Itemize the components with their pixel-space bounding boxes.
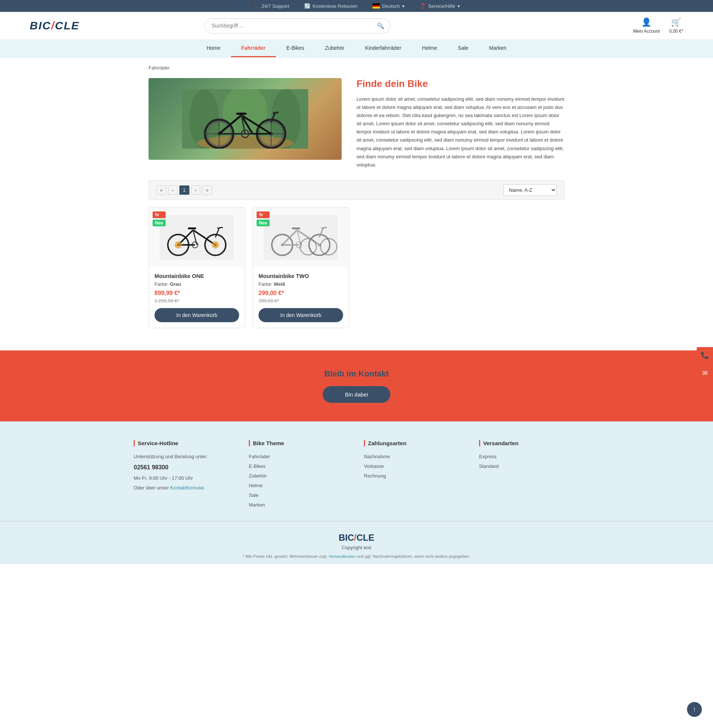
product-image	[160, 215, 234, 260]
service-label: Service/Hilfe	[428, 3, 455, 9]
page-current-button[interactable]: 1	[179, 185, 189, 195]
header-actions: 👤 Mein Account 🛒 0,00 €*	[633, 18, 683, 34]
cta-section: Bleib im Kontakt Bin dabei	[0, 350, 713, 422]
filter-bar: « ‹ 1 › » Name, A-Z Name, Z-A Preis aufs…	[149, 180, 564, 200]
support-item[interactable]: 📞 24/7 Support	[253, 3, 289, 9]
product-card: % Neu	[252, 207, 349, 328]
product-old-price: 399,99 €*	[258, 298, 343, 303]
footer-link-vorkasse[interactable]: Vorkasse	[364, 462, 464, 471]
footer-col-zahlungsarten: Zahlungsarten Nachnahme Vorkasse Rechnun…	[364, 440, 464, 510]
footer-link-zubehor[interactable]: Zubehör	[249, 471, 349, 481]
phone-icon: 📞	[253, 3, 259, 9]
page-next-button[interactable]: ›	[191, 185, 200, 195]
add-to-cart-button[interactable]: In den Warenkorb	[155, 308, 239, 322]
footer-link-fahrrader[interactable]: Fahrräder	[249, 452, 349, 462]
footer-contact-pre: Oder über unser	[134, 485, 170, 490]
footer-col-bike-theme: Bike Theme Fahrräder E-Bikes Zubehör Hel…	[249, 440, 349, 510]
cart-icon: 🛒	[671, 18, 681, 27]
footer-col-versandarten: Versandarten Express Standard	[479, 440, 579, 510]
svg-point-42	[175, 241, 182, 249]
product-badges: % Neu	[153, 211, 166, 226]
page-prev-button[interactable]: ‹	[168, 185, 177, 195]
nav-sale[interactable]: Sale	[447, 40, 479, 57]
language-selector[interactable]: Deutsch ▾	[373, 3, 405, 9]
footer-col-service-title: Service-Hotline	[134, 440, 234, 446]
add-to-cart-button[interactable]: In den Warenkorb	[258, 308, 343, 322]
footer-contact-text: Oder über unser Kontaktformular.	[134, 483, 234, 493]
product-card: % Neu	[149, 207, 245, 328]
product-info: Mountainbike TWO Farbe: Weiß 299,00 €* 3…	[253, 267, 349, 328]
footer-link-rechnung[interactable]: Rechnung	[364, 471, 464, 481]
page-content: Fahrräder	[134, 58, 579, 350]
footer-link-marken[interactable]: Marken	[249, 500, 349, 510]
footer-link-ebikes[interactable]: E-Bikes	[249, 462, 349, 471]
support-label: 24/7 Support	[261, 3, 289, 9]
badge-new: Neu	[153, 220, 166, 226]
hero-section: Finde dein Bike Lorem ipsum dolor sit am…	[149, 78, 564, 169]
sort-select[interactable]: Name, A-Z Name, Z-A Preis aufsteigend Pr…	[504, 184, 557, 196]
footer-service-desc: Unterstützung und Beratung unter:	[134, 452, 234, 462]
account-link[interactable]: 👤 Mein Account	[633, 18, 660, 34]
product-price: 899,99 €*	[155, 290, 239, 296]
account-label: Mein Account	[633, 28, 660, 34]
search-icon: 🔍	[377, 23, 384, 29]
search-input[interactable]	[205, 19, 371, 32]
footer-copyright: Copyright text	[7, 545, 706, 550]
cart-link[interactable]: 🛒 0,00 €*	[669, 18, 683, 34]
hero-text: Finde dein Bike Lorem ipsum dolor sit am…	[356, 78, 564, 169]
floating-buttons: 📞 ✉	[697, 347, 713, 381]
help-icon: ❓	[420, 3, 426, 9]
footer-hours: Mo-Fr, 9:00 Uhr - 17:00 Uhr	[134, 474, 234, 483]
breadcrumb: Fahrräder	[149, 65, 564, 70]
footer-note: * Alle Preise inkl. gesetzl. Mehrwertste…	[227, 554, 486, 559]
product-old-price: 1.299,99 €*	[155, 298, 239, 303]
search-bar[interactable]: 🔍	[204, 18, 390, 33]
product-grid: % Neu	[149, 207, 564, 328]
logo[interactable]: BIC/CLE	[30, 19, 79, 32]
product-price: 299,00 €*	[258, 290, 343, 296]
footer-contact-link[interactable]: Kontaktformular	[170, 485, 204, 490]
nav-ebikes[interactable]: E-Bikes	[276, 40, 315, 57]
nav-home[interactable]: Home	[196, 40, 231, 57]
page-last-button[interactable]: »	[202, 185, 212, 195]
site-header: BIC/CLE 🔍 👤 Mein Account 🛒 0,00 €*	[0, 12, 713, 40]
footer-link-standard[interactable]: Standard	[479, 462, 579, 471]
footer-col-bike-title: Bike Theme	[249, 440, 349, 446]
phone-float-button[interactable]: 📞	[697, 347, 713, 363]
lang-label: Deutsch	[382, 3, 400, 9]
footer-main: Service-Hotline Unterstützung und Beratu…	[0, 422, 713, 521]
phone-float-icon: 📞	[701, 351, 709, 359]
hero-bike-illustration	[182, 89, 308, 149]
nav-marken[interactable]: Marken	[479, 40, 517, 57]
hero-body: Lorem ipsum dolor sit amet, consetetur s…	[356, 95, 564, 169]
email-float-button[interactable]: ✉	[697, 365, 713, 381]
flag-icon	[373, 3, 380, 9]
footer-col-versand-title: Versandarten	[479, 440, 579, 446]
product-color: Farbe: Weiß	[258, 281, 343, 287]
nav-kinderfahrrader[interactable]: Kinderfahrräder	[355, 40, 412, 57]
hero-image	[149, 78, 342, 160]
returns-item[interactable]: 🔄 Kostenlose Retouren	[304, 3, 358, 9]
svg-rect-25	[236, 113, 246, 115]
cta-button[interactable]: Bin dabei	[323, 386, 391, 403]
nav-fahrrader[interactable]: Fahrräder	[231, 40, 276, 57]
nav-zubehor[interactable]: Zubehör	[315, 40, 355, 57]
search-button[interactable]: 🔍	[371, 19, 390, 33]
svg-rect-54	[292, 227, 300, 229]
main-navigation: Home Fahrräder E-Bikes Zubehör Kinderfah…	[0, 40, 713, 58]
footer-link-express[interactable]: Express	[479, 452, 579, 462]
service-item[interactable]: ❓ Service/Hilfe ▾	[420, 3, 460, 9]
product-image	[264, 215, 338, 260]
footer-versand-link[interactable]: Versandkosten	[329, 554, 356, 559]
product-info: Mountainbike ONE Farbe: Grau 899,99 €* 1…	[149, 267, 245, 328]
product-name: Mountainbike TWO	[258, 273, 343, 279]
footer-link-helme[interactable]: Helme	[249, 481, 349, 490]
footer-link-nachnahme[interactable]: Nachnahme	[364, 452, 464, 462]
footer-contact-post: .	[204, 485, 205, 490]
nav-helme[interactable]: Helme	[412, 40, 447, 57]
page-first-button[interactable]: «	[156, 185, 166, 195]
footer-note-text2: und ggf. Nachnahmegebühren, wenn nicht a…	[357, 554, 470, 559]
pagination: « ‹ 1 › »	[156, 185, 212, 195]
chevron-down-icon: ▾	[402, 3, 405, 9]
footer-link-sale[interactable]: Sale	[249, 490, 349, 500]
